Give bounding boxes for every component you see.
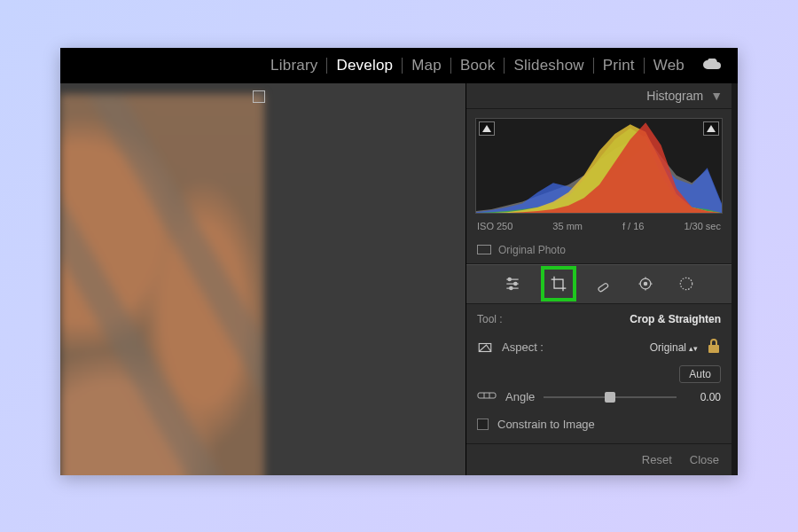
compare-rect-icon	[477, 245, 491, 254]
tab-slideshow[interactable]: Slideshow	[505, 58, 592, 74]
heal-brush-icon[interactable]	[592, 271, 617, 296]
aspect-icon[interactable]	[477, 340, 493, 356]
constrain-checkbox[interactable]	[477, 419, 489, 430]
level-icon[interactable]	[477, 390, 497, 403]
reset-button[interactable]: Reset	[642, 453, 672, 466]
tab-print[interactable]: Print	[594, 58, 644, 74]
redeye-icon[interactable]	[633, 271, 658, 296]
constrain-row[interactable]: Constrain to Image	[466, 411, 732, 438]
right-scrollbar[interactable]	[732, 83, 738, 475]
svg-point-2	[509, 287, 512, 290]
angle-label: Angle	[505, 390, 535, 403]
histogram-header[interactable]: Histogram ▼	[466, 83, 732, 109]
right-panel: Histogram ▼ ISO 250 35 mm f / 16 1/30 se	[466, 83, 732, 475]
toolstrip	[466, 264, 732, 304]
histogram-svg	[476, 119, 722, 213]
adjust-sliders-icon[interactable]	[500, 271, 525, 296]
svg-point-5	[644, 283, 646, 286]
svg-point-6	[680, 278, 692, 290]
app-window: Library Develop Map Book Slideshow Print…	[60, 48, 738, 475]
tab-develop[interactable]: Develop	[327, 58, 402, 74]
close-button[interactable]: Close	[690, 453, 719, 466]
crop-handle-icon[interactable]	[253, 90, 265, 103]
tab-library[interactable]: Library	[262, 58, 326, 74]
tool-title-row: Tool : Crop & Straighten	[466, 304, 732, 331]
histogram-chart[interactable]	[475, 118, 723, 214]
exif-focal: 35 mm	[552, 221, 583, 231]
auto-button[interactable]: Auto	[679, 365, 721, 383]
angle-row: Angle 0.00	[466, 383, 732, 411]
tab-map[interactable]: Map	[403, 58, 450, 74]
tool-prefix: Tool :	[477, 313, 503, 325]
original-toggle[interactable]: Original Photo	[466, 239, 732, 264]
constrain-label: Constrain to Image	[497, 418, 595, 431]
tool-footer: Reset Close	[466, 443, 732, 475]
crop-icon[interactable]	[541, 266, 576, 301]
aspect-row: Aspect : Original▴▾	[466, 331, 732, 364]
exif-aperture: f / 16	[622, 221, 644, 231]
module-bar: Library Develop Map Book Slideshow Print…	[60, 48, 738, 83]
angle-value[interactable]: 0.00	[685, 391, 721, 403]
radial-icon[interactable]	[674, 271, 699, 296]
exif-shutter: 1/30 sec	[684, 221, 721, 231]
lock-icon[interactable]	[707, 338, 721, 356]
aspect-label: Aspect :	[502, 340, 544, 354]
original-label: Original Photo	[498, 244, 566, 256]
histogram-title: Histogram	[646, 89, 703, 103]
tab-book[interactable]: Book	[451, 58, 505, 74]
tool-name: Crop & Straighten	[630, 313, 721, 325]
collapse-triangle-icon[interactable]: ▼	[710, 89, 723, 103]
svg-rect-3	[598, 283, 608, 293]
svg-rect-9	[478, 393, 496, 398]
exif-row: ISO 250 35 mm f / 16 1/30 sec	[466, 217, 732, 239]
svg-point-0	[508, 278, 511, 281]
cloud-sync-icon[interactable]	[702, 59, 722, 74]
auto-row: Auto	[466, 364, 732, 383]
aspect-dropdown[interactable]: Original▴▾	[650, 341, 698, 354]
canvas-area[interactable]	[60, 83, 466, 475]
photo-preview	[60, 94, 264, 475]
svg-rect-8	[708, 345, 719, 353]
svg-point-1	[513, 283, 516, 286]
angle-slider[interactable]	[544, 391, 677, 403]
exif-iso: ISO 250	[477, 221, 512, 231]
tab-web[interactable]: Web	[645, 58, 693, 74]
